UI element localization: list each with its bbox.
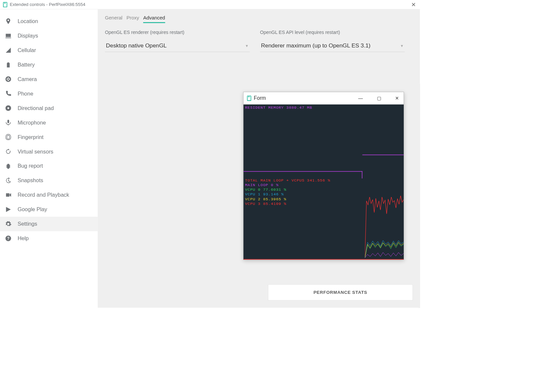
sidebar-item-help[interactable]: ?Help — [0, 231, 98, 246]
api-level-label: OpenGL ES API level (requires restart) — [260, 30, 405, 35]
app-icon — [247, 96, 251, 101]
cpu-mainloop: MAIN LOOP 0 % — [245, 183, 330, 188]
sidebar-item-label: Location — [17, 18, 38, 24]
perf-form-window[interactable]: Form — ▢ ✕ RESIDENT MEMORY 3880.47 MB TO… — [243, 92, 404, 260]
sidebar-item-cellular[interactable]: Cellular — [0, 43, 98, 57]
cpu-vcpu1: VCPU 1 93.146 % — [245, 192, 330, 197]
tabs: GeneralProxyAdvanced — [105, 15, 413, 23]
svg-point-1 — [8, 107, 9, 109]
sidebar-item-sensors[interactable]: Virtual sensors — [0, 144, 98, 159]
sidebar: LocationDisplaysCellularBatteryCameraPho… — [0, 9, 98, 308]
api-level-value: Renderer maximum (up to OpenGL ES 3.1) — [261, 42, 370, 49]
sidebar-item-battery[interactable]: Battery — [0, 57, 98, 72]
battery-icon — [5, 61, 12, 68]
minimize-icon[interactable]: — — [356, 95, 365, 102]
display-icon — [5, 32, 12, 39]
signal-icon — [5, 46, 12, 54]
sidebar-item-displays[interactable]: Displays — [0, 28, 98, 43]
sidebar-item-bugreport[interactable]: Bug report — [0, 159, 98, 173]
sidebar-item-record[interactable]: Record and Playback — [0, 188, 98, 202]
history-icon — [5, 177, 12, 184]
app-icon — [3, 2, 7, 7]
cpu-vcpu0: VCPU 0 77.6031 % — [245, 188, 330, 192]
sidebar-item-settings[interactable]: Settings — [0, 217, 98, 231]
fingerprint-icon — [5, 133, 12, 141]
form-titlebar[interactable]: Form — ▢ ✕ — [243, 92, 404, 104]
chevron-down-icon: ▼ — [245, 44, 249, 48]
renderer-label: OpenGL ES renderer (requires restart) — [105, 30, 250, 35]
memory-plot-line — [243, 171, 362, 179]
api-level-setting: OpenGL ES API level (requires restart) R… — [260, 30, 405, 52]
memory-readout: RESIDENT MEMORY 3880.47 MB — [245, 105, 312, 110]
mic-icon — [5, 119, 12, 126]
rotate-icon — [5, 148, 12, 155]
close-icon[interactable]: ✕ — [411, 2, 416, 8]
chevron-down-icon: ▼ — [400, 44, 404, 48]
tab-general[interactable]: General — [105, 15, 122, 23]
video-icon — [5, 191, 12, 199]
titlebar: Extended controls - PerfPixelX86:5554 ✕ — [0, 0, 420, 9]
cpu-vcpu3: VCPU 3 85.4109 % — [245, 202, 330, 206]
phone-icon — [5, 90, 12, 97]
sidebar-item-label: Displays — [17, 33, 38, 39]
bug-icon — [5, 162, 12, 170]
sidebar-item-microphone[interactable]: Microphone — [0, 115, 98, 130]
svg-text:?: ? — [7, 236, 9, 241]
sidebar-item-label: Phone — [17, 91, 33, 97]
sidebar-item-label: Directional pad — [17, 105, 54, 111]
memory-plot-line-step — [362, 154, 404, 155]
tab-proxy[interactable]: Proxy — [126, 15, 139, 23]
sidebar-item-label: Help — [17, 235, 29, 241]
sidebar-item-label: Battery — [17, 62, 35, 68]
cpu-readouts: TOTAL MAIN LOOP + VCPUS 341.556 % MAIN L… — [245, 179, 330, 207]
cpu-plot — [365, 189, 404, 259]
perf-graph: RESIDENT MEMORY 3880.47 MB TOTAL MAIN LO… — [243, 104, 404, 260]
help-icon: ? — [5, 235, 12, 242]
sidebar-item-label: Snapshots — [17, 178, 43, 184]
renderer-setting: OpenGL ES renderer (requires restart) De… — [105, 30, 250, 52]
sidebar-item-phone[interactable]: Phone — [0, 86, 98, 101]
api-level-dropdown[interactable]: Renderer maximum (up to OpenGL ES 3.1) ▼ — [260, 40, 405, 52]
perf-button-label: PERFORMANCE STATS — [313, 290, 367, 295]
sidebar-item-label: Microphone — [17, 120, 46, 126]
gear-icon — [5, 220, 12, 228]
performance-stats-button[interactable]: PERFORMANCE STATS — [268, 285, 413, 301]
sidebar-item-label: Record and Playback — [17, 192, 69, 198]
sidebar-item-label: Camera — [17, 76, 37, 82]
window-title: Extended controls - PerfPixelX86:5554 — [10, 2, 85, 7]
sidebar-item-label: Virtual sensors — [17, 149, 53, 155]
cpu-total: TOTAL MAIN LOOP + VCPUS 341.556 % — [245, 179, 330, 183]
close-icon[interactable]: ✕ — [392, 95, 401, 102]
tab-advanced[interactable]: Advanced — [143, 15, 165, 23]
dpad-icon — [5, 104, 12, 112]
form-title-text: Form — [254, 95, 266, 101]
sidebar-item-location[interactable]: Location — [0, 14, 98, 28]
renderer-dropdown[interactable]: Desktop native OpenGL ▼ — [105, 40, 250, 52]
play-icon — [5, 206, 12, 213]
sidebar-item-fingerprint[interactable]: Fingerprint — [0, 130, 98, 144]
sidebar-item-camera[interactable]: Camera — [0, 72, 98, 86]
sidebar-item-label: Bug report — [17, 163, 43, 169]
window-controls: — ▢ ✕ — [356, 92, 402, 104]
sidebar-item-snapshots[interactable]: Snapshots — [0, 173, 98, 188]
renderer-value: Desktop native OpenGL — [106, 42, 167, 49]
pin-icon — [5, 17, 12, 25]
sidebar-item-play[interactable]: Google Play — [0, 202, 98, 217]
sidebar-item-label: Settings — [17, 221, 37, 227]
sidebar-item-label: Google Play — [17, 206, 47, 212]
aperture-icon — [5, 75, 12, 83]
maximize-icon[interactable]: ▢ — [374, 95, 384, 102]
sidebar-item-dpad[interactable]: Directional pad — [0, 101, 98, 115]
cpu-vcpu2: VCPU 2 85.3965 % — [245, 197, 330, 202]
sidebar-item-label: Fingerprint — [17, 134, 43, 140]
advanced-settings: OpenGL ES renderer (requires restart) De… — [105, 30, 413, 52]
sidebar-item-label: Cellular — [17, 47, 36, 53]
